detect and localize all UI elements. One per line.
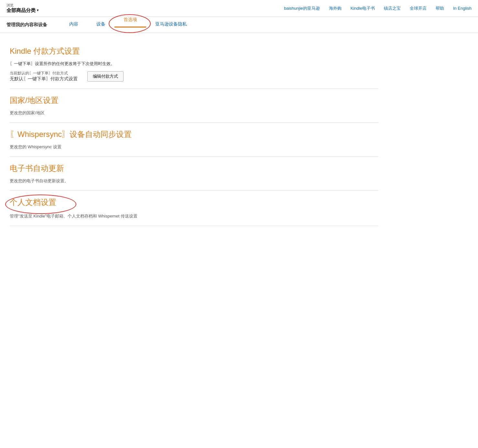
personal-doc-section-desc: 管理"发送至 Kindle"电子邮箱、个人文档存档和 Whispernet 传送… <box>10 213 378 219</box>
personal-doc-heading-wrapper: 个人文档设置 <box>10 197 56 212</box>
tab-preferences[interactable]: 首选项 <box>114 12 146 28</box>
whispersync-section-desc: 更改您的 Whispersync 设置 <box>10 144 378 150</box>
all-categories-text: 全部商品分类 <box>6 7 36 13</box>
brand-section: 浏览 全部商品分类 ▾ <box>6 3 38 13</box>
user-link[interactable]: baishunjie的亚马逊 <box>284 6 320 11</box>
overseas-link[interactable]: 海外购 <box>329 6 342 11</box>
region-section-desc: 更改您的国家/地区 <box>10 110 378 116</box>
secondary-navigation: 管理我的内容和设备 内容 设备 首选项 亚马逊设备隐私 <box>0 17 478 33</box>
ebook-update-section-heading[interactable]: 电子书自动更新 <box>10 163 378 174</box>
ebook-update-section-desc: 更改您的电子书自动更新设置。 <box>10 178 378 184</box>
tab-privacy[interactable]: 亚马逊设备隐私 <box>146 17 196 33</box>
whispersync-section: 〖Whispersync〗设备自动同步设置 更改您的 Whispersync 设… <box>10 123 378 157</box>
region-section: 国家/地区设置 更改您的国家/地区 <box>10 89 378 123</box>
browse-label: 浏览 <box>6 3 38 7</box>
payment-section: Kindle 付款方式设置 〖一键下单〗设置所作的任何更改将于下次使用时生效。 … <box>10 39 378 89</box>
personal-doc-section: 个人文档设置 管理"发送至 Kindle"电子邮箱、个人文档存档和 Whispe… <box>10 191 378 226</box>
ebook-update-section: 电子书自动更新 更改您的电子书自动更新设置。 <box>10 157 378 191</box>
manage-content-title: 管理我的内容和设备 <box>6 17 54 32</box>
global-store-link[interactable]: 全球开店 <box>410 6 427 11</box>
top-navigation: 浏览 全部商品分类 ▾ baishunjie的亚马逊 海外购 Kindle电子书… <box>0 0 478 17</box>
whispersync-section-heading[interactable]: 〖Whispersync〗设备自动同步设置 <box>10 129 378 140</box>
tab-device[interactable]: 设备 <box>87 17 114 33</box>
region-section-heading[interactable]: 国家/地区设置 <box>10 95 378 106</box>
payment-section-note: 〖一键下单〗设置所作的任何更改将于下次使用时生效。 <box>10 61 378 67</box>
store-treasure-link[interactable]: 镇店之宝 <box>384 6 401 11</box>
edit-payment-button[interactable]: 编辑付款方式 <box>87 71 124 82</box>
help-link[interactable]: 帮助 <box>436 6 444 11</box>
payment-label: 当前默认的〖一键下单〗付款方式 <box>10 71 78 76</box>
payment-info: 当前默认的〖一键下单〗付款方式 无默认〖一键下单〗付款方式设置 <box>10 71 78 82</box>
payment-section-heading[interactable]: Kindle 付款方式设置 <box>10 46 378 56</box>
tab-preferences-wrapper: 首选项 <box>114 17 146 33</box>
payment-value: 无默认〖一键下单〗付款方式设置 <box>10 76 78 82</box>
in-english-link[interactable]: In English <box>453 6 472 11</box>
all-categories[interactable]: 全部商品分类 ▾ <box>6 7 38 13</box>
nav-tabs: 内容 设备 首选项 亚马逊设备隐私 <box>60 17 196 33</box>
kindle-ebook-link[interactable]: Kindle电子书 <box>351 6 375 11</box>
payment-row: 当前默认的〖一键下单〗付款方式 无默认〖一键下单〗付款方式设置 编辑付款方式 <box>10 71 378 82</box>
top-nav-links: baishunjie的亚马逊 海外购 Kindle电子书 镇店之宝 全球开店 帮… <box>48 6 472 11</box>
personal-doc-section-heading[interactable]: 个人文档设置 <box>10 197 56 207</box>
tab-content[interactable]: 内容 <box>60 17 87 33</box>
dropdown-arrow-icon: ▾ <box>37 8 38 12</box>
main-content: Kindle 付款方式设置 〖一键下单〗设置所作的任何更改将于下次使用时生效。 … <box>0 33 388 232</box>
